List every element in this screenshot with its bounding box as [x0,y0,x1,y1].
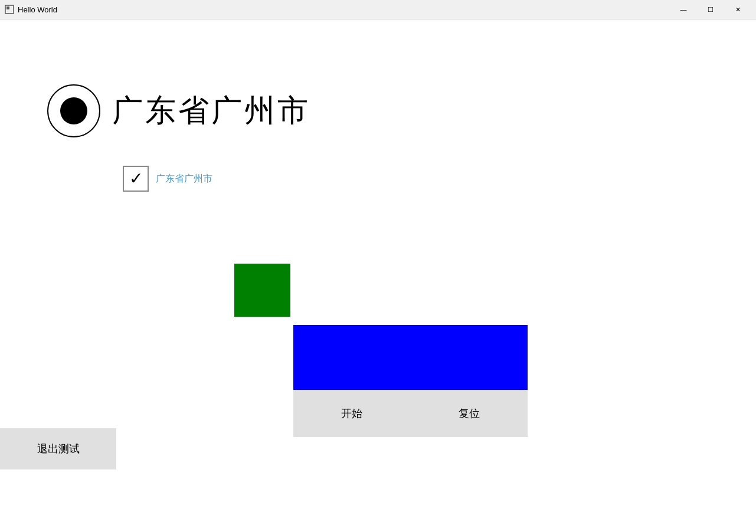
maximize-button[interactable]: ☐ [697,0,724,19]
green-rectangle [234,264,290,317]
svg-rect-1 [6,6,9,9]
checkbox[interactable]: ✓ [123,166,149,192]
radio-inner-dot [60,97,87,124]
start-button[interactable]: 开始 [323,402,380,425]
button-panel: 开始 复位 [293,390,528,437]
minimize-button[interactable]: — [670,0,697,19]
blue-rectangle [293,325,528,390]
app-icon [5,5,14,14]
exit-button[interactable]: 退出测试 [0,428,116,469]
window-title: Hello World [18,5,57,14]
checkbox-tick: ✓ [129,170,143,187]
reset-button[interactable]: 复位 [441,402,498,425]
radio-section: 广东省广州市 [47,84,310,137]
checkbox-label: 广东省广州市 [156,173,212,185]
title-bar-left: Hello World [5,5,57,14]
main-content: 广东省广州市 ✓ 广东省广州市 开始 复位 退出测试 [0,19,756,532]
close-button[interactable]: ✕ [724,0,751,19]
window-controls: — ☐ ✕ [670,0,751,19]
checkbox-section: ✓ 广东省广州市 [123,166,212,192]
radio-button[interactable] [47,84,100,137]
radio-label: 广东省广州市 [112,90,310,132]
title-bar: Hello World — ☐ ✕ [0,0,756,19]
